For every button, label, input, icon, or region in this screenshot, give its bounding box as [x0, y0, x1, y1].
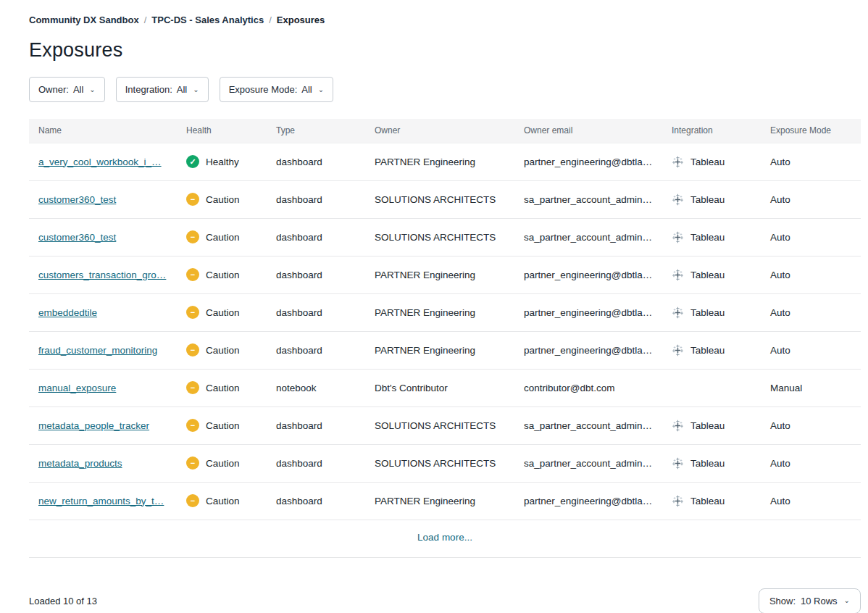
health-status-icon: − — [186, 268, 199, 281]
integration-label: Tableau — [690, 345, 725, 356]
exposure-mode-filter-dropdown[interactable]: Exposure Mode: All ⌄ — [220, 77, 334, 102]
tableau-icon — [672, 269, 684, 281]
exposure-mode-cell: Auto — [761, 331, 861, 369]
health-status-icon: − — [186, 419, 199, 432]
health-label: Caution — [206, 383, 240, 393]
owner-email-cell: contributor@dbt.com — [514, 369, 662, 406]
exposure-mode-cell: Auto — [761, 218, 861, 256]
integration-filter-value: All — [177, 84, 187, 95]
tableau-icon — [672, 457, 684, 470]
health-label: Caution — [206, 345, 240, 356]
load-more-link[interactable]: Load more... — [417, 532, 472, 543]
table-row: customer360_test − Caution dashboard SOL… — [29, 180, 861, 218]
exposure-mode-filter-label: Exposure Mode: — [229, 84, 298, 95]
tableau-icon — [672, 420, 684, 432]
show-rows-dropdown[interactable]: Show: 10 Rows ⌄ — [759, 588, 861, 613]
health-status-icon: − — [186, 306, 199, 319]
health-label: Caution — [206, 232, 240, 243]
show-rows-label: Show: — [769, 596, 796, 606]
exposure-name-link[interactable]: metadata_products — [38, 458, 122, 469]
exposure-name-link[interactable]: customers_transaction_gro… — [38, 270, 166, 280]
breadcrumb-separator: / — [269, 14, 272, 25]
chevron-down-icon: ⌄ — [89, 86, 95, 93]
tableau-icon — [672, 306, 684, 319]
exposure-mode-cell: Auto — [761, 482, 861, 520]
owner-cell: PARTNER Engineering — [365, 293, 514, 331]
health-status-icon: − — [186, 193, 199, 206]
exposure-name-link[interactable]: fraud_customer_monitoring — [38, 345, 157, 356]
exposure-name-link[interactable]: customer360_test — [38, 232, 116, 243]
breadcrumb-link-project[interactable]: TPC-DS - Sales Analytics — [151, 14, 264, 25]
owner-email-cell: sa_partner_account_admin… — [514, 218, 662, 256]
column-header-name: Name — [29, 119, 177, 143]
exposures-table: Name Health Type Owner Owner email Integ… — [29, 119, 861, 520]
health-status-icon: − — [186, 381, 199, 394]
owner-email-cell: partner_engineering@dbtla… — [514, 293, 662, 331]
breadcrumb-link-account[interactable]: Community DX Sandbox — [29, 14, 139, 25]
owner-cell: PARTNER Engineering — [365, 256, 514, 293]
table-row: new_return_amounts_by_t… − Caution dashb… — [29, 482, 861, 520]
owner-cell: SOLUTIONS ARCHITECTS — [365, 406, 514, 444]
health-label: Caution — [206, 458, 240, 469]
owner-filter-value: All — [73, 84, 83, 95]
filter-bar: Owner: All ⌄ Integration: All ⌄ Exposure… — [29, 77, 861, 102]
health-label: Caution — [206, 496, 240, 506]
table-row: metadata_people_tracker − Caution dashbo… — [29, 406, 861, 444]
exposure-mode-cell: Auto — [761, 256, 861, 293]
integration-label: Tableau — [690, 157, 725, 167]
tableau-icon — [672, 231, 684, 243]
table-body: a_very_cool_workbook_i_… ✓ Healthy dashb… — [29, 143, 861, 520]
owner-email-cell: sa_partner_account_admin… — [514, 406, 662, 444]
tableau-icon — [672, 156, 684, 168]
exposure-mode-cell: Auto — [761, 406, 861, 444]
table-row: embeddedtile − Caution dashboard PARTNER… — [29, 293, 861, 331]
owner-email-cell: partner_engineering@dbtla… — [514, 143, 662, 180]
tableau-icon — [672, 193, 684, 206]
exposure-name-link[interactable]: embeddedtile — [38, 307, 97, 318]
integration-label: Tableau — [690, 496, 725, 506]
type-cell: dashboard — [267, 180, 365, 218]
table-row: a_very_cool_workbook_i_… ✓ Healthy dashb… — [29, 143, 861, 180]
owner-cell: PARTNER Engineering — [365, 482, 514, 520]
owner-email-cell: partner_engineering@dbtla… — [514, 482, 662, 520]
health-label: Caution — [206, 307, 240, 318]
owner-cell: PARTNER Engineering — [365, 143, 514, 180]
tableau-icon — [672, 495, 684, 507]
exposure-name-link[interactable]: metadata_people_tracker — [38, 420, 149, 431]
type-cell: dashboard — [267, 444, 365, 482]
integration-filter-dropdown[interactable]: Integration: All ⌄ — [116, 77, 209, 102]
breadcrumb: Community DX Sandbox / TPC-DS - Sales An… — [29, 14, 861, 25]
owner-filter-dropdown[interactable]: Owner: All ⌄ — [29, 77, 105, 102]
exposure-name-link[interactable]: manual_exposure — [38, 383, 116, 393]
owner-cell: PARTNER Engineering — [365, 331, 514, 369]
breadcrumb-current-exposures: Exposures — [277, 14, 325, 25]
owner-email-cell: partner_engineering@dbtla… — [514, 256, 662, 293]
exposure-name-link[interactable]: new_return_amounts_by_t… — [38, 496, 164, 506]
loaded-count: Loaded 10 of 13 — [29, 596, 97, 606]
table-row: metadata_products − Caution dashboard SO… — [29, 444, 861, 482]
type-cell: dashboard — [267, 406, 365, 444]
exposure-mode-cell: Auto — [761, 143, 861, 180]
exposure-name-link[interactable]: a_very_cool_workbook_i_… — [38, 157, 162, 167]
owner-email-cell: sa_partner_account_admin… — [514, 180, 662, 218]
column-header-health: Health — [177, 119, 267, 143]
owner-email-cell: partner_engineering@dbtla… — [514, 331, 662, 369]
type-cell: dashboard — [267, 143, 365, 180]
table-row: customer360_test − Caution dashboard SOL… — [29, 218, 861, 256]
exposure-mode-cell: Auto — [761, 444, 861, 482]
chevron-down-icon: ⌄ — [318, 86, 324, 93]
owner-cell: Dbt's Contributor — [365, 369, 514, 406]
integration-label: Tableau — [690, 420, 725, 431]
page-title: Exposures — [29, 39, 861, 62]
owner-email-cell: sa_partner_account_admin… — [514, 444, 662, 482]
column-header-owner: Owner — [365, 119, 514, 143]
integration-label: Tableau — [690, 194, 725, 205]
owner-filter-label: Owner: — [38, 84, 69, 95]
exposure-name-link[interactable]: customer360_test — [38, 194, 116, 205]
breadcrumb-separator: / — [144, 14, 147, 25]
table-row: fraud_customer_monitoring − Caution dash… — [29, 331, 861, 369]
health-label: Caution — [206, 194, 240, 205]
type-cell: dashboard — [267, 331, 365, 369]
owner-cell: SOLUTIONS ARCHITECTS — [365, 180, 514, 218]
type-cell: dashboard — [267, 218, 365, 256]
